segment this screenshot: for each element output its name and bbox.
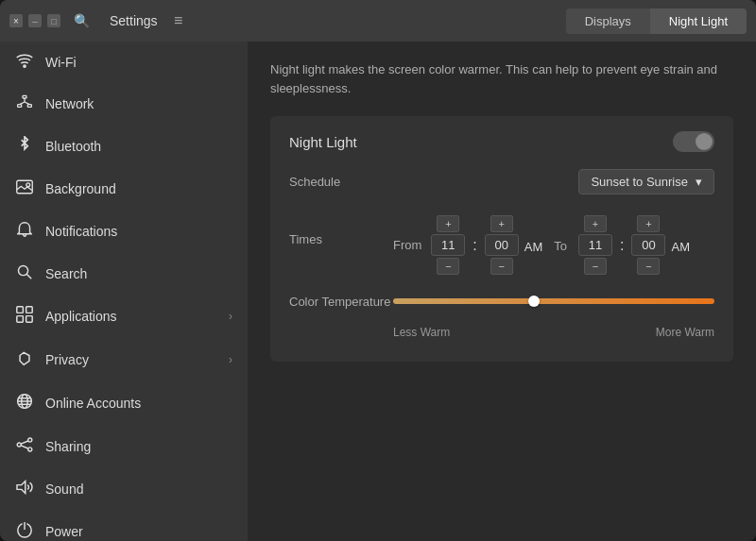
ampm-to-block: AM bbox=[671, 218, 690, 273]
settings-window: × – □ 🔍 Settings ≡ Displays Night Light bbox=[0, 0, 756, 541]
svg-point-8 bbox=[26, 183, 30, 187]
sidebar-item-applications[interactable]: Applications › bbox=[0, 295, 248, 338]
sidebar-item-network[interactable]: Network bbox=[0, 83, 248, 125]
sidebar-item-sharing[interactable]: Sharing bbox=[0, 425, 248, 468]
svg-marker-25 bbox=[17, 482, 26, 494]
svg-rect-3 bbox=[27, 105, 31, 108]
sidebar-item-wifi[interactable]: Wi-Fi bbox=[0, 42, 248, 83]
bluetooth-icon bbox=[15, 136, 34, 157]
card-title: Night Light bbox=[289, 134, 357, 150]
svg-rect-13 bbox=[17, 316, 24, 323]
network-icon bbox=[15, 94, 34, 113]
content-area: Wi-Fi Network bbox=[0, 42, 756, 541]
color-temp-label: Color Temperature bbox=[289, 295, 393, 309]
min-to-down[interactable]: − bbox=[637, 258, 660, 275]
slider-labels: Less Warm More Warm bbox=[289, 326, 714, 339]
notifications-icon bbox=[15, 221, 34, 242]
tab-displays[interactable]: Displays bbox=[566, 8, 650, 34]
svg-rect-14 bbox=[26, 316, 33, 323]
sidebar-item-bluetooth[interactable]: Bluetooth bbox=[0, 125, 248, 168]
sidebar-label-bluetooth: Bluetooth bbox=[45, 139, 101, 154]
color-temp-slider-thumb[interactable] bbox=[528, 296, 540, 307]
sidebar-label-wifi: Wi-Fi bbox=[45, 55, 77, 70]
schedule-value: Sunset to Sunrise bbox=[591, 175, 688, 189]
svg-line-23 bbox=[21, 441, 28, 444]
sidebar-label-sound: Sound bbox=[45, 482, 83, 497]
sidebar: Wi-Fi Network bbox=[0, 42, 248, 541]
background-icon bbox=[15, 179, 34, 198]
wm-buttons: × – □ bbox=[9, 14, 60, 27]
svg-line-5 bbox=[20, 102, 25, 105]
tab-night-light[interactable]: Night Light bbox=[650, 8, 747, 34]
maximize-button[interactable]: □ bbox=[47, 14, 60, 27]
sidebar-label-power: Power bbox=[45, 524, 83, 539]
svg-point-20 bbox=[28, 438, 32, 442]
to-connector: To bbox=[548, 237, 573, 253]
sidebar-label-notifications: Notifications bbox=[45, 224, 117, 239]
sidebar-label-privacy: Privacy bbox=[45, 352, 89, 367]
arrow-icon-applications: › bbox=[229, 310, 232, 323]
hour-to-down[interactable]: − bbox=[584, 258, 607, 275]
svg-rect-11 bbox=[17, 307, 24, 313]
svg-line-10 bbox=[26, 274, 31, 279]
color-temp-row: Color Temperature Less Warm More Warm bbox=[289, 292, 714, 339]
min-to-block: + 00 − bbox=[631, 215, 665, 275]
online-accounts-icon bbox=[15, 393, 34, 414]
night-light-toggle[interactable] bbox=[673, 131, 714, 152]
min-to-value: 00 bbox=[631, 234, 665, 256]
svg-line-6 bbox=[25, 102, 29, 105]
sidebar-item-background[interactable]: Background bbox=[0, 168, 248, 210]
night-light-card: Night Light Schedule Sunset to Sunrise ▾ bbox=[270, 116, 733, 362]
sidebar-item-online-accounts[interactable]: Online Accounts bbox=[0, 381, 248, 425]
min-from-down[interactable]: − bbox=[490, 258, 513, 275]
time-sep-2: : bbox=[618, 237, 626, 254]
minimize-button[interactable]: – bbox=[28, 14, 42, 27]
color-temp-slider-container bbox=[393, 292, 714, 311]
hour-from-value: 11 bbox=[431, 234, 465, 256]
times-row: Times From + 11 − : + 00 bbox=[289, 211, 714, 275]
main-content: Night light makes the screen color warme… bbox=[248, 42, 756, 541]
min-from-value: 00 bbox=[485, 234, 519, 256]
svg-rect-7 bbox=[17, 180, 33, 194]
tab-group: Displays Night Light bbox=[566, 8, 747, 34]
sidebar-item-privacy[interactable]: Privacy › bbox=[0, 338, 248, 381]
min-from-up[interactable]: + bbox=[490, 215, 513, 232]
applications-icon bbox=[15, 306, 34, 327]
arrow-icon-privacy: › bbox=[229, 353, 232, 366]
svg-line-24 bbox=[21, 446, 28, 448]
schedule-dropdown[interactable]: Sunset to Sunrise ▾ bbox=[578, 169, 714, 194]
min-to-up[interactable]: + bbox=[637, 215, 660, 232]
window-title: Settings bbox=[110, 13, 158, 28]
dropdown-arrow-icon: ▾ bbox=[696, 175, 702, 189]
titlebar: × – □ 🔍 Settings ≡ Displays Night Light bbox=[0, 0, 756, 42]
schedule-row: Schedule Sunset to Sunrise ▾ bbox=[289, 169, 714, 194]
sidebar-label-network: Network bbox=[45, 96, 94, 111]
hour-to-up[interactable]: + bbox=[584, 215, 607, 232]
more-warm-label: More Warm bbox=[656, 326, 714, 339]
search-button[interactable]: 🔍 bbox=[68, 8, 94, 34]
card-header: Night Light bbox=[289, 131, 714, 152]
search-icon bbox=[15, 264, 34, 283]
hour-to-value: 11 bbox=[578, 234, 612, 256]
wifi-icon bbox=[15, 53, 34, 72]
hour-from-down[interactable]: − bbox=[437, 258, 459, 275]
ampm-from-block: AM bbox=[524, 218, 543, 273]
sound-icon bbox=[15, 480, 34, 499]
sidebar-label-online-accounts: Online Accounts bbox=[45, 396, 141, 411]
close-button[interactable]: × bbox=[9, 14, 23, 27]
hour-from-block: + 11 − bbox=[431, 215, 465, 275]
hour-to-block: + 11 − bbox=[578, 215, 612, 275]
sidebar-item-power[interactable]: Power bbox=[0, 510, 248, 541]
sidebar-item-notifications[interactable]: Notifications bbox=[0, 210, 248, 253]
menu-button[interactable]: ≡ bbox=[165, 8, 192, 34]
less-warm-label: Less Warm bbox=[393, 326, 450, 339]
night-light-description: Night light makes the screen color warme… bbox=[270, 60, 724, 97]
privacy-icon bbox=[15, 349, 34, 370]
ampm-to: AM bbox=[671, 237, 690, 254]
svg-rect-1 bbox=[23, 95, 26, 98]
toggle-knob bbox=[696, 133, 713, 150]
sidebar-item-sound[interactable]: Sound bbox=[0, 468, 248, 510]
svg-point-9 bbox=[18, 265, 27, 275]
sidebar-item-search[interactable]: Search bbox=[0, 253, 248, 295]
hour-from-up[interactable]: + bbox=[437, 215, 459, 232]
